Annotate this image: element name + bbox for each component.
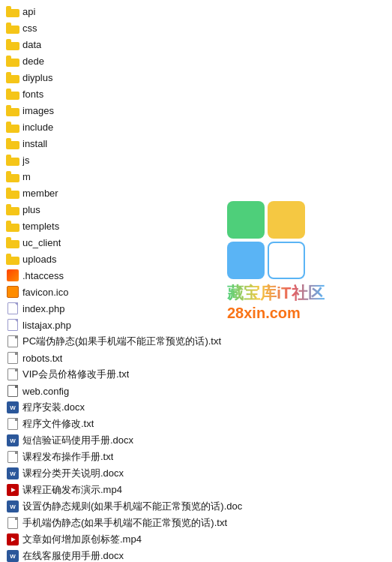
- txt-file-icon: [6, 418, 19, 430]
- folder-icon: [6, 220, 19, 232]
- txt-file-icon: [6, 352, 19, 364]
- docx-file-icon: W: [6, 434, 19, 446]
- list-item[interactable]: ▶文章如何增加原创标签.mp4: [0, 531, 392, 548]
- list-item[interactable]: index.php: [0, 300, 392, 317]
- list-item[interactable]: VIP会员价格修改手册.txt: [0, 366, 392, 383]
- list-item[interactable]: m: [0, 168, 392, 185]
- list-item[interactable]: data: [0, 36, 392, 53]
- txt-file-icon: [6, 451, 19, 463]
- list-item[interactable]: listajax.php: [0, 317, 392, 333]
- file-name-label: dede: [22, 56, 44, 67]
- list-item[interactable]: favicon.ico: [0, 284, 392, 300]
- list-item[interactable]: plus: [0, 201, 392, 218]
- file-name-label: listajax.php: [22, 320, 71, 331]
- list-item[interactable]: W短信验证码使用手册.docx: [0, 432, 392, 449]
- file-name-label: diyplus: [22, 72, 52, 83]
- file-list: apicssdatadedediyplusfontsimagesincludei…: [0, 0, 392, 562]
- htaccess-icon: [6, 269, 19, 281]
- list-item[interactable]: member: [0, 185, 392, 201]
- file-name-label: .htaccess: [22, 270, 64, 281]
- file-name-label: data: [22, 39, 41, 50]
- list-item[interactable]: 手机端伪静态(如果手机端不能正常预览的话).txt: [0, 515, 392, 531]
- file-name-label: uc_client: [22, 237, 61, 248]
- file-name-label: 程序文件修改.txt: [22, 417, 94, 431]
- mp4-file-icon: ▶: [6, 484, 19, 496]
- file-name-label: uploads: [22, 254, 57, 265]
- docx-file-icon: W: [6, 550, 19, 562]
- file-name-label: fonts: [22, 89, 43, 100]
- file-name-label: VIP会员价格修改手册.txt: [22, 368, 129, 381]
- list-item[interactable]: W课程分类开关说明.docx: [0, 465, 392, 482]
- list-item[interactable]: dede: [0, 53, 392, 69]
- list-item[interactable]: fonts: [0, 86, 392, 102]
- list-item[interactable]: templets: [0, 218, 392, 234]
- folder-icon: [6, 236, 19, 248]
- file-name-label: favicon.ico: [22, 287, 68, 298]
- file-name-label: 课程发布操作手册.txt: [22, 450, 113, 464]
- folder-icon: [6, 104, 19, 116]
- file-name-label: m: [22, 171, 31, 182]
- file-name-label: 短信验证码使用手册.docx: [22, 434, 133, 447]
- file-name-label: include: [22, 122, 53, 133]
- folder-icon: [6, 253, 19, 265]
- file-name-label: templets: [22, 221, 59, 232]
- file-name-label: install: [22, 138, 47, 149]
- list-item[interactable]: install: [0, 135, 392, 152]
- folder-icon: [6, 203, 19, 215]
- folder-icon: [6, 170, 19, 182]
- folder-icon: [6, 187, 19, 199]
- list-item[interactable]: 程序文件修改.txt: [0, 416, 392, 432]
- folder-icon: [6, 71, 19, 83]
- php-file-icon: [6, 302, 19, 314]
- file-name-label: 文章如何增加原创标签.mp4: [22, 533, 142, 546]
- list-item[interactable]: api: [0, 3, 392, 20]
- file-name-label: 课程分类开关说明.docx: [22, 467, 124, 480]
- list-item[interactable]: W在线客服使用手册.docx: [0, 548, 392, 562]
- list-item[interactable]: PC端伪静态(如果手机端不能正常预览的话).txt: [0, 333, 392, 350]
- file-name-label: member: [22, 188, 58, 199]
- list-item[interactable]: include: [0, 119, 392, 135]
- folder-icon: [6, 121, 19, 133]
- file-name-label: robots.txt: [22, 353, 62, 364]
- list-item[interactable]: W程序安装.docx: [0, 399, 392, 416]
- list-item[interactable]: .htaccess: [0, 267, 392, 284]
- file-name-label: css: [22, 23, 37, 34]
- list-item[interactable]: diyplus: [0, 69, 392, 86]
- file-name-label: api: [22, 6, 35, 17]
- list-item[interactable]: uploads: [0, 251, 392, 267]
- folder-icon: [6, 154, 19, 166]
- list-item[interactable]: ▶课程正确发布演示.mp4: [0, 482, 392, 498]
- list-item[interactable]: robots.txt: [0, 350, 392, 366]
- file-name-label: plus: [22, 204, 40, 215]
- file-name-label: 课程正确发布演示.mp4: [22, 483, 122, 497]
- list-item[interactable]: uc_client: [0, 234, 392, 251]
- file-name-label: web.config: [22, 386, 69, 397]
- file-name-label: images: [22, 105, 54, 116]
- list-item[interactable]: 课程发布操作手册.txt: [0, 449, 392, 465]
- favicon-icon: [6, 286, 19, 298]
- list-item[interactable]: images: [0, 102, 392, 119]
- mp4-file-icon: ▶: [6, 533, 19, 545]
- config-file-icon: [6, 385, 19, 397]
- docx-file-icon: W: [6, 401, 19, 413]
- txt-file-icon: [6, 517, 19, 529]
- file-name-label: 程序安装.docx: [22, 401, 85, 414]
- php-file-icon: [6, 319, 19, 331]
- list-item[interactable]: css: [0, 20, 392, 36]
- list-item[interactable]: js: [0, 152, 392, 168]
- txt-file-icon: [6, 335, 19, 347]
- folder-icon: [6, 137, 19, 149]
- txt-file-icon: [6, 368, 19, 380]
- list-item[interactable]: W设置伪静态规则(如果手机端不能正常预览的话).doc: [0, 498, 392, 515]
- folder-icon: [6, 22, 19, 34]
- file-name-label: 在线客服使用手册.docx: [22, 549, 124, 562]
- doc-file-icon: W: [6, 500, 19, 512]
- list-item[interactable]: web.config: [0, 383, 392, 399]
- docx-file-icon: W: [6, 467, 19, 479]
- folder-icon: [6, 88, 19, 100]
- file-name-label: index.php: [22, 303, 64, 314]
- folder-icon: [6, 5, 19, 17]
- folder-icon: [6, 38, 19, 50]
- folder-icon: [6, 55, 19, 67]
- file-name-label: js: [22, 155, 29, 166]
